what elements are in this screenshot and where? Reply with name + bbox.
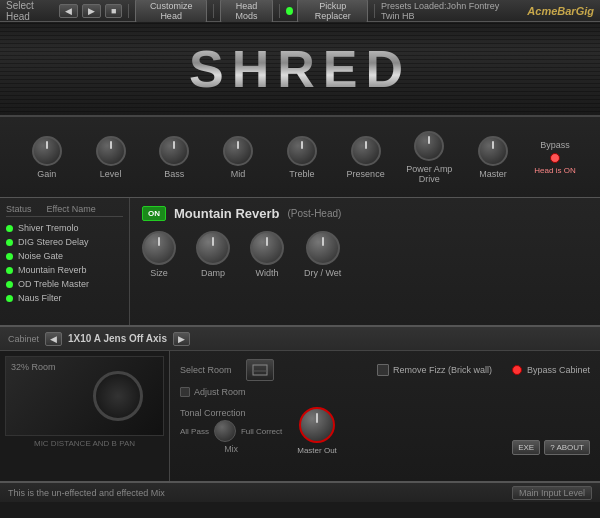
effect-active-dot-naus: [6, 295, 13, 302]
nav-stop-btn[interactable]: ■: [105, 4, 122, 18]
width-knob-group: Width: [250, 231, 284, 278]
dry-wet-knob-label: Dry / Wet: [304, 268, 341, 278]
mid-label: Mid: [231, 169, 246, 179]
customize-head-btn[interactable]: Customize Head: [135, 0, 207, 23]
effects-section: Status Effect Name Shiver Tremolo DIG St…: [0, 197, 600, 327]
gain-knob[interactable]: [32, 136, 62, 166]
bypass-cabinet-row: Bypass Cabinet: [512, 365, 590, 375]
separator-1: [128, 4, 129, 18]
amp-head: SHRED Gain Level Bass Mid Treble Presenc…: [0, 22, 600, 197]
mid-knob[interactable]: [223, 136, 253, 166]
nav-forward-btn[interactable]: ▶: [82, 4, 101, 18]
size-knob[interactable]: [142, 231, 176, 265]
remove-fizz-container: Remove Fizz (Brick wall): [377, 364, 492, 376]
size-knob-group: Size: [142, 231, 176, 278]
amp-controls: Gain Level Bass Mid Treble Presence Powe…: [0, 117, 600, 197]
head-mods-btn[interactable]: Head Mods: [220, 0, 273, 23]
cabinet-nav-back[interactable]: ◀: [45, 332, 62, 346]
bottom-icons: EXE ? ABOUT: [512, 440, 590, 455]
remove-fizz-row: Remove Fizz (Brick wall): [377, 364, 492, 376]
effect-name-dig: DIG Stereo Delay: [18, 237, 89, 247]
bypass-indicator[interactable]: [550, 153, 560, 163]
width-knob[interactable]: [250, 231, 284, 265]
effects-detail: ON Mountain Reverb (Post-Head) Size Damp…: [130, 198, 600, 325]
adjust-room-checkbox[interactable]: [180, 387, 190, 397]
effects-list-header: Status Effect Name: [6, 204, 123, 217]
pickup-replacer-btn[interactable]: Pickup Replacer: [297, 0, 368, 23]
tonal-correction-section: Tonal Correction All Pass Full Correct M…: [180, 408, 282, 454]
select-head-label: Select Head: [6, 0, 55, 22]
effect-active-dot-noise: [6, 253, 13, 260]
treble-knob[interactable]: [287, 136, 317, 166]
effect-item-noise[interactable]: Noise Gate: [6, 249, 123, 263]
remove-fizz-toggle[interactable]: [377, 364, 389, 376]
effect-item-naus[interactable]: Naus Filter: [6, 291, 123, 305]
about-btn[interactable]: ? ABOUT: [544, 440, 590, 455]
presets-label: Presets Loaded:John Fontrey Twin HB: [381, 1, 519, 21]
effect-active-dot-dig: [6, 239, 13, 246]
gain-knob-group: Gain: [15, 136, 79, 179]
master-knob[interactable]: [478, 136, 508, 166]
svg-rect-0: [253, 365, 267, 375]
adjust-room-label: Adjust Room: [194, 387, 246, 397]
bypass-cabinet-dot[interactable]: [512, 365, 522, 375]
effect-item-dig[interactable]: DIG Stereo Delay: [6, 235, 123, 249]
effect-on-toggle[interactable]: ON: [142, 206, 166, 221]
dry-wet-knob[interactable]: [306, 231, 340, 265]
top-toolbar: Select Head ◀ ▶ ■ Customize Head Head Mo…: [0, 0, 600, 22]
active-effect-header: ON Mountain Reverb (Post-Head): [142, 206, 588, 221]
presence-knob-group: Presence: [334, 136, 398, 179]
remove-fizz-label: Remove Fizz (Brick wall): [393, 365, 492, 375]
effect-name-naus: Naus Filter: [18, 293, 62, 303]
effects-list: Status Effect Name Shiver Tremolo DIG St…: [0, 198, 130, 325]
exe-btn[interactable]: EXE: [512, 440, 540, 455]
power-amp-drive-knob[interactable]: [414, 131, 444, 161]
status-col-header: Status: [6, 204, 32, 214]
damp-knob[interactable]: [196, 231, 230, 265]
cabinet-name: 1X10 A Jens Off Axis: [68, 333, 167, 344]
treble-knob-group: Treble: [270, 136, 334, 179]
master-knob-group: Master: [461, 136, 525, 179]
bypass-cabinet-label: Bypass Cabinet: [527, 365, 590, 375]
cabinet-visual: 32% Room MIC DISTANCE AND B PAN: [0, 351, 170, 481]
effect-item-mountain[interactable]: Mountain Reverb: [6, 263, 123, 277]
bypass-label: Bypass: [540, 140, 570, 150]
size-knob-label: Size: [150, 268, 168, 278]
amp-grille: SHRED: [0, 22, 600, 117]
separator-4: [374, 4, 375, 18]
cabinet-nav-forward[interactable]: ▶: [173, 332, 190, 346]
bass-knob[interactable]: [159, 136, 189, 166]
acme-logo: AcmeBarGig: [527, 5, 594, 17]
full-correct-label: Full Correct: [241, 427, 282, 436]
presence-knob[interactable]: [351, 136, 381, 166]
mix-label: Mix: [180, 444, 282, 454]
cabinet-label: Cabinet: [8, 334, 39, 344]
nav-back-btn[interactable]: ◀: [59, 4, 78, 18]
effect-name-col-header: Effect Name: [47, 204, 96, 214]
master-out-section: Master Out: [297, 407, 337, 455]
cabinet-body: 32% Room MIC DISTANCE AND B PAN Select R…: [0, 351, 600, 481]
pickup-active-dot: [286, 7, 293, 15]
level-label: Level: [100, 169, 122, 179]
room-icon-1[interactable]: [246, 359, 274, 381]
select-room-label: Select Room: [180, 365, 232, 375]
separator-2: [213, 4, 214, 18]
treble-label: Treble: [289, 169, 314, 179]
effect-name-mountain: Mountain Reverb: [18, 265, 87, 275]
master-label: Master: [479, 169, 507, 179]
status-bar: This is the un-effected and effected Mix…: [0, 482, 600, 502]
effect-item-shiver[interactable]: Shiver Tremolo: [6, 221, 123, 235]
adjust-room-row: Adjust Room: [180, 387, 590, 397]
width-knob-label: Width: [255, 268, 278, 278]
effect-name-noise: Noise Gate: [18, 251, 63, 261]
tonal-correction-label: Tonal Correction: [180, 408, 282, 418]
master-out-knob[interactable]: [299, 407, 335, 443]
effect-item-od[interactable]: OD Treble Master: [6, 277, 123, 291]
effect-active-dot-shiver: [6, 225, 13, 232]
level-knob[interactable]: [96, 136, 126, 166]
tonal-mix-knob[interactable]: [214, 420, 236, 442]
presence-label: Presence: [347, 169, 385, 179]
all-pass-label: All Pass: [180, 427, 209, 436]
active-effect-name: Mountain Reverb: [174, 206, 279, 221]
effect-active-dot-mountain: [6, 267, 13, 274]
